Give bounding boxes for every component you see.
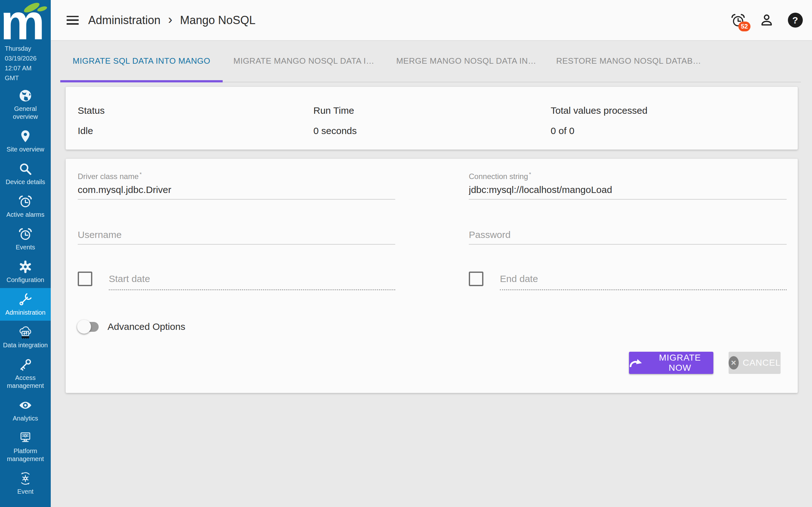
sidebar-item-analytics[interactable]: Analytics: [0, 394, 51, 427]
tab-migrate-sql-data-into-mango[interactable]: MIGRATE SQL DATA INTO MANGO: [60, 40, 223, 82]
cancel-button[interactable]: × CANCEL: [728, 352, 780, 374]
username-field: [78, 229, 395, 245]
alarm-clock-icon: [18, 227, 33, 241]
cloud-sync-icon: [18, 325, 33, 339]
sidebar-item-access-management[interactable]: Access management: [0, 353, 51, 394]
migrate-arrow-icon: [629, 358, 642, 368]
sidebar-item-label: Event: [17, 488, 33, 496]
status-label: Status: [78, 105, 105, 116]
sidebar-item-general-overview[interactable]: General overview: [0, 84, 51, 125]
sidebar-item-label: Site overview: [7, 146, 44, 153]
total-values-label: Total values processed: [551, 105, 647, 116]
password-input[interactable]: [469, 229, 786, 245]
driver-class-input[interactable]: [78, 184, 395, 200]
sidebar-item-label: Device details: [6, 178, 45, 186]
sidebar-item-platform-management[interactable]: Platform management: [0, 427, 51, 467]
sidebar-item-event[interactable]: Event: [0, 467, 51, 500]
globe-icon: [18, 89, 33, 103]
sidebar-item-events[interactable]: Events: [0, 223, 51, 256]
connection-string-label: Connection string*: [469, 171, 786, 181]
menu-icon[interactable]: [67, 16, 79, 25]
run-time-label: Run Time: [313, 105, 357, 116]
alarm-count-badge: 52: [739, 21, 751, 32]
date-value: 03/19/2026: [5, 54, 51, 63]
chevron-right-icon: ›: [168, 13, 172, 27]
connection-string-field: Connection string*: [469, 171, 786, 200]
date-time: 12:07 AM: [5, 63, 51, 73]
sidebar-item-configuration[interactable]: Configuration: [0, 256, 51, 288]
toggle-thumb: [77, 320, 91, 334]
sidebar-item-data-integration[interactable]: Data integration: [0, 321, 51, 353]
svg-text:m: m: [0, 0, 45, 41]
total-values-value: 0 of 0: [551, 125, 647, 136]
migrate-now-label: MIGRATE NOW: [647, 353, 713, 373]
tab-label: MIGRATE MANGO NOSQL DATA I…: [234, 56, 374, 66]
alarms-button[interactable]: 52: [730, 12, 746, 28]
status-value: Idle: [78, 125, 105, 136]
end-date-input[interactable]: End date: [500, 270, 786, 290]
sidebar-item-label: Events: [15, 243, 35, 251]
date-timezone: GMT: [5, 73, 51, 83]
total-values-column: Total values processed 0 of 0: [551, 87, 647, 136]
end-date-row: End date: [469, 270, 786, 290]
migration-form-card: Driver class name* Start date Connection…: [66, 159, 798, 393]
sidebar-item-administration[interactable]: Administration: [0, 288, 51, 321]
date-weekday: Thursday: [5, 44, 51, 54]
sidebar-item-active-alarms[interactable]: Active alarms: [0, 190, 51, 223]
advanced-options-label: Advanced Options: [107, 321, 185, 332]
breadcrumb-parent[interactable]: Administration: [88, 14, 160, 27]
driver-class-label: Driver class name*: [78, 171, 395, 181]
sidebar-item-label: Platform management: [1, 447, 49, 463]
eye-icon: [18, 398, 33, 412]
end-date-label: End date: [500, 274, 538, 284]
tab-restore-mango-nosql-database[interactable]: RESTORE MANGO NOSQL DATAB…: [548, 40, 710, 82]
tab-bar: MIGRATE SQL DATA INTO MANGO MIGRATE MANG…: [60, 40, 801, 82]
run-time-column: Run Time 0 seconds: [313, 87, 357, 136]
mango-logo[interactable]: m: [0, 0, 51, 41]
tab-merge-mango-nosql-data[interactable]: MERGE MANGO NOSQL DATA IN…: [385, 40, 548, 82]
help-button[interactable]: ?: [787, 12, 803, 28]
server-datetime: Thursday 03/19/2026 12:07 AM GMT: [0, 44, 51, 83]
advanced-options-toggle[interactable]: [78, 320, 99, 334]
mango-logo-icon: m: [0, 0, 51, 41]
wrench-icon: [18, 292, 33, 307]
connection-string-input[interactable]: [469, 184, 786, 200]
sidebar-nav: General overview Site overview Device de…: [0, 84, 51, 500]
required-asterisk: *: [140, 171, 142, 177]
status-column: Status Idle: [78, 87, 105, 136]
driver-class-field: Driver class name*: [78, 171, 395, 200]
person-icon: [759, 13, 774, 28]
alarm-clock-icon: [18, 194, 33, 209]
topbar-actions: 52 ?: [730, 12, 803, 28]
end-date-checkbox[interactable]: [469, 272, 484, 286]
cancel-x-icon: ×: [728, 356, 739, 370]
help-icon: ?: [788, 13, 803, 27]
start-date-input[interactable]: Start date: [109, 270, 395, 290]
tab-migrate-mango-nosql-data[interactable]: MIGRATE MANGO NOSQL DATA I…: [223, 40, 385, 82]
tab-label: RESTORE MANGO NOSQL DATAB…: [556, 56, 701, 66]
gear-icon: [18, 260, 33, 274]
status-card: Status Idle Run Time 0 seconds Total val…: [66, 87, 798, 150]
run-time-value: 0 seconds: [313, 125, 357, 136]
form-left-column: Driver class name* Start date: [78, 159, 395, 393]
monitor-gear-icon: [18, 431, 33, 445]
sidebar-item-label: Configuration: [7, 276, 44, 284]
sidebar-item-device-details[interactable]: Device details: [0, 158, 51, 190]
start-date-checkbox[interactable]: [78, 272, 92, 286]
top-bar: Administration › Mango NoSQL 52: [51, 0, 812, 40]
cancel-label: CANCEL: [743, 358, 780, 368]
breadcrumb-current: Mango NoSQL: [180, 14, 255, 27]
sidebar-item-label: Data integration: [3, 341, 48, 349]
sidebar-item-label: Analytics: [13, 414, 38, 422]
username-input[interactable]: [78, 229, 395, 245]
breadcrumb: Administration › Mango NoSQL: [88, 13, 256, 27]
key-icon: [18, 357, 33, 372]
sidebar-item-site-overview[interactable]: Site overview: [0, 125, 51, 158]
start-date-row: Start date: [78, 270, 395, 290]
gear-arrows-icon: [18, 471, 33, 486]
advanced-options-row: Advanced Options: [78, 320, 185, 334]
migrate-now-button[interactable]: MIGRATE NOW: [629, 352, 713, 374]
tab-label: MERGE MANGO NOSQL DATA IN…: [396, 56, 537, 66]
user-button[interactable]: [759, 12, 774, 28]
sidebar-item-label: Administration: [5, 308, 46, 317]
